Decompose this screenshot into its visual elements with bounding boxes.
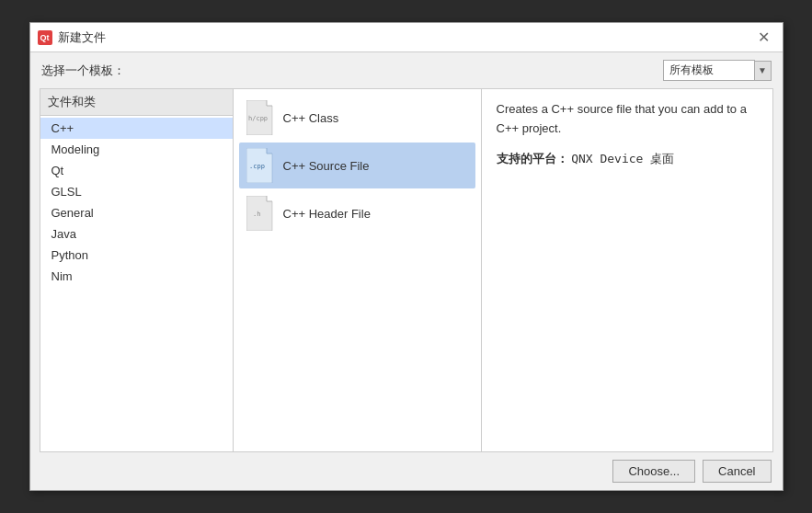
sidebar-item-nim[interactable]: Nim	[40, 266, 233, 287]
middle-panel: h/cpp C++ Class .cpp C++ Source File	[234, 89, 482, 451]
dialog-title: 新建文件	[58, 29, 106, 46]
title-bar: Qt 新建文件 ✕	[30, 23, 783, 52]
app-icon: Qt	[38, 30, 52, 45]
category-list: C++ Modeling Qt GLSL General Java Python…	[40, 116, 233, 289]
dropdown-arrow-icon[interactable]: ▼	[755, 61, 772, 81]
cpp-source-icon: .cpp	[246, 148, 276, 183]
close-button[interactable]: ✕	[752, 27, 775, 48]
svg-text:h/cpp: h/cpp	[248, 115, 268, 122]
cpp-source-label: C++ Source File	[283, 159, 370, 173]
file-item-cpp-class[interactable]: h/cpp C++ Class	[239, 95, 475, 141]
cpp-header-icon: .h	[246, 196, 276, 231]
top-bar: 选择一个模板： 所有模板 ▼	[30, 52, 783, 88]
sidebar-item-general[interactable]: General	[40, 202, 233, 223]
cancel-button[interactable]: Cancel	[703, 460, 771, 483]
file-description: Creates a C++ source file that you can a…	[497, 100, 758, 139]
platform-info: 支持的平台： QNX Device 桌面	[497, 150, 758, 169]
main-content: 文件和类 C++ Modeling Qt GLSL General Java P…	[40, 88, 773, 452]
cpp-header-label: C++ Header File	[283, 207, 371, 221]
bottom-bar: Choose... Cancel	[30, 452, 783, 490]
svg-text:.h: .h	[253, 211, 260, 218]
title-bar-left: Qt 新建文件	[38, 29, 106, 46]
svg-text:.cpp: .cpp	[249, 163, 265, 170]
cpp-class-icon: h/cpp	[246, 100, 276, 135]
choose-button[interactable]: Choose...	[612, 460, 695, 483]
sidebar-item-modeling[interactable]: Modeling	[40, 139, 233, 160]
sidebar-item-python[interactable]: Python	[40, 245, 233, 266]
sidebar-item-qt[interactable]: Qt	[40, 160, 233, 181]
sidebar-item-cpp[interactable]: C++	[40, 118, 233, 139]
left-panel: 文件和类 C++ Modeling Qt GLSL General Java P…	[40, 89, 234, 451]
sidebar-item-java[interactable]: Java	[40, 223, 233, 245]
template-select-value[interactable]: 所有模板	[663, 60, 755, 81]
file-item-cpp-source[interactable]: .cpp C++ Source File	[239, 142, 475, 188]
left-panel-header: 文件和类	[40, 89, 233, 116]
platform-label: 支持的平台：	[497, 152, 568, 165]
file-item-cpp-header[interactable]: .h C++ Header File	[239, 190, 475, 236]
new-file-dialog: Qt 新建文件 ✕ 选择一个模板： 所有模板 ▼ 文件和类 C++ Modeli…	[29, 22, 783, 491]
cpp-class-label: C++ Class	[283, 111, 339, 125]
sidebar-item-glsl[interactable]: GLSL	[40, 181, 233, 202]
platform-values: QNX Device 桌面	[571, 152, 674, 165]
template-dropdown[interactable]: 所有模板 ▼	[663, 60, 772, 81]
right-panel: Creates a C++ source file that you can a…	[482, 89, 772, 451]
template-label: 选择一个模板：	[41, 63, 125, 79]
